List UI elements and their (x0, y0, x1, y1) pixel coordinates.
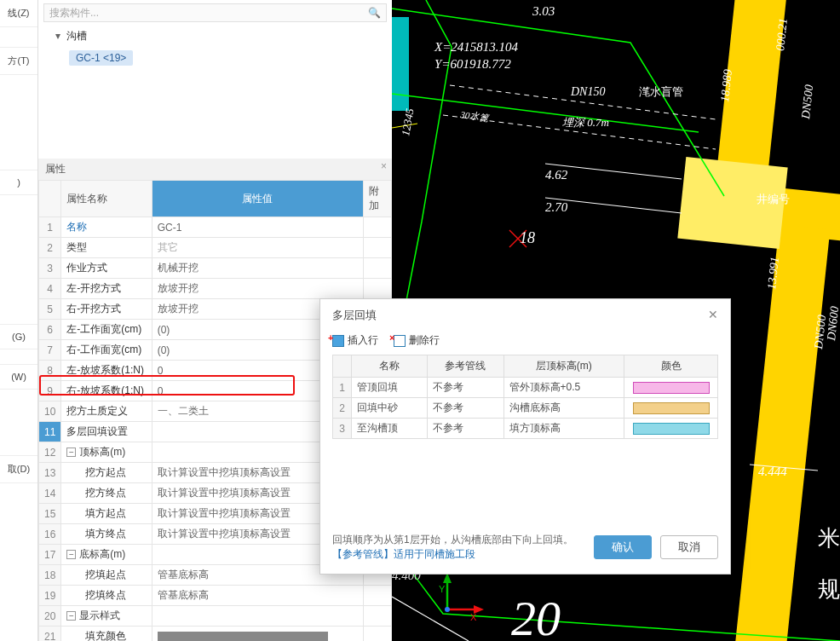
svg-text:X=2415813.104: X=2415813.104 (434, 40, 519, 54)
multilayer-backfill-dialog: 多层回填 ✕ 插入行 删除行 名称 参考管线 层顶标高(m) 颜色 1管顶回填不… (319, 298, 731, 575)
insert-row-button[interactable]: 插入行 (332, 333, 378, 348)
svg-text:埋深   0.7m: 埋深 0.7m (562, 116, 609, 129)
panel-title: 属性 × (38, 159, 392, 180)
backfill-row[interactable]: 2回填中砂不参考沟槽底标高 (333, 398, 718, 419)
backfill-row[interactable]: 3至沟槽顶不参考填方顶标高 (333, 419, 718, 439)
svg-text:Y: Y (439, 584, 446, 594)
svg-text:3.03: 3.03 (532, 4, 555, 18)
dialog-note: 回填顺序为从第1层开始，从沟槽底部由下向上回填。 (332, 533, 573, 547)
svg-text:井编号: 井编号 (757, 193, 790, 205)
col-color: 颜色 (624, 355, 718, 378)
dialog-title: 多层回填 ✕ (320, 299, 730, 332)
svg-text:DN150: DN150 (570, 85, 605, 98)
property-row[interactable]: 19挖填终点管基底标高 (39, 586, 392, 606)
property-row[interactable]: 21填充颜色 (39, 627, 392, 642)
search-input[interactable]: 搜索构件... 🔍 (43, 3, 387, 22)
backfill-table: 名称 参考管线 层顶标高(m) 颜色 1管顶回填不参考管外顶标高+0.52回填中… (332, 355, 718, 439)
tree-root-label: 沟槽 (66, 30, 87, 42)
col-extra: 附加 (363, 181, 392, 217)
tool-fang[interactable]: 方(T) (0, 48, 37, 75)
tree-item-gc1[interactable]: GC-1 <19> (69, 50, 133, 66)
dialog-link[interactable]: 【参考管线】适用于同槽施工段 (332, 547, 573, 562)
tool-g[interactable]: (G) (0, 325, 37, 349)
tool-line[interactable]: 线(Z) (0, 0, 37, 27)
delete-row-button[interactable]: 删除行 (394, 333, 440, 348)
svg-rect-1 (392, 17, 409, 111)
svg-text:20: 20 (511, 591, 561, 641)
component-tree: 搜索构件... 🔍 ▾ 沟槽 GC-1 <19> (38, 0, 392, 149)
chevron-down-icon[interactable]: ▾ (55, 30, 60, 42)
close-icon[interactable]: × (381, 160, 387, 172)
svg-text:4.62: 4.62 (545, 168, 568, 182)
svg-text:米: 米 (818, 526, 840, 551)
backfill-row[interactable]: 1管顶回填不参考管外顶标高+0.5 (333, 378, 718, 398)
col-ref: 参考管线 (428, 355, 503, 378)
col-elev: 层顶标高(m) (503, 355, 624, 378)
search-placeholder: 搜索构件... (49, 6, 368, 20)
property-row[interactable]: 3作业方式机械开挖 (39, 258, 392, 279)
close-icon[interactable]: ✕ (708, 308, 718, 321)
svg-text:滗水盲管: 滗水盲管 (639, 85, 683, 98)
tool-d[interactable]: 取(D) (0, 456, 37, 483)
svg-text:18: 18 (520, 229, 535, 246)
svg-text:Y=601918.772: Y=601918.772 (434, 57, 511, 71)
col-idx (39, 181, 61, 217)
col-name: 属性名称 (61, 181, 152, 217)
tool-w[interactable]: (W) (0, 365, 37, 390)
svg-point-17 (445, 607, 450, 612)
ok-button[interactable]: 确认 (594, 535, 652, 559)
left-toolbar: 线(Z) 方(T) ) (G) (W) 取(D) (0, 0, 38, 641)
svg-text:2.70: 2.70 (545, 200, 568, 214)
property-row[interactable]: 4左-开挖方式放坡开挖 (39, 279, 392, 299)
property-row[interactable]: 2类型其它 (39, 238, 392, 258)
insert-row-icon (332, 335, 344, 347)
svg-text:规: 规 (818, 577, 840, 602)
tree-root[interactable]: ▾ 沟槽 (38, 26, 392, 47)
delete-row-icon (394, 335, 406, 347)
search-icon[interactable]: 🔍 (368, 7, 381, 19)
cancel-button[interactable]: 取消 (660, 535, 718, 559)
col-name: 名称 (352, 355, 428, 378)
svg-text:DN600: DN600 (825, 306, 840, 343)
svg-text:X: X (470, 612, 477, 622)
property-row[interactable]: 20−显示样式 (39, 606, 392, 627)
tool-paren[interactable]: ) (0, 170, 37, 195)
col-value: 属性值 (152, 181, 363, 217)
property-row[interactable]: 1名称GC-1 (39, 217, 392, 238)
